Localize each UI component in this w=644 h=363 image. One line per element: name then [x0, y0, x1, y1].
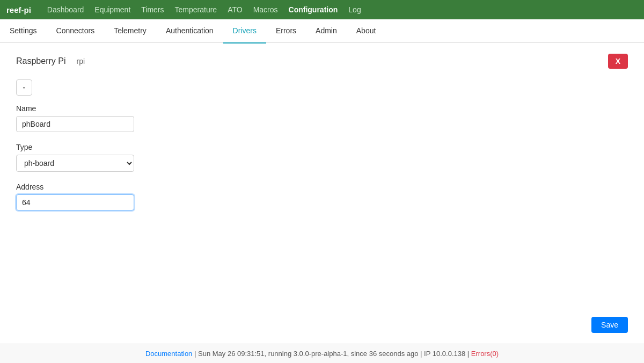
- tab-connectors[interactable]: Connectors: [47, 19, 105, 43]
- tab-errors[interactable]: Errors: [266, 19, 306, 43]
- top-navigation: reef-pi Dashboard Equipment Timers Tempe…: [0, 0, 644, 19]
- address-form-group: Address: [16, 183, 628, 210]
- driver-title: Raspberry Pi: [16, 56, 65, 66]
- tab-telemetry[interactable]: Telemetry: [104, 19, 156, 43]
- address-input[interactable]: [16, 194, 134, 210]
- nav-timers[interactable]: Timers: [136, 0, 169, 19]
- type-form-group: Type ph-board atlas-scientific i2c other: [16, 143, 628, 172]
- footer: Documentation | Sun May 26 09:31:51, run…: [0, 344, 644, 363]
- nav-dashboard[interactable]: Dashboard: [42, 0, 90, 19]
- documentation-link[interactable]: Documentation: [145, 350, 192, 358]
- nav-log[interactable]: Log: [343, 0, 366, 19]
- errors-link[interactable]: Errors(0): [471, 350, 499, 358]
- tab-authentication[interactable]: Authentication: [156, 19, 223, 43]
- name-form-group: Name: [16, 104, 628, 132]
- tab-about[interactable]: About: [347, 19, 386, 43]
- sub-navigation: Settings Connectors Telemetry Authentica…: [0, 19, 644, 43]
- tab-settings[interactable]: Settings: [0, 19, 47, 43]
- collapse-button[interactable]: -: [16, 79, 32, 96]
- driver-subtitle: rpi: [76, 57, 85, 66]
- save-button[interactable]: Save: [591, 317, 628, 333]
- nav-temperature[interactable]: Temperature: [170, 0, 223, 19]
- footer-separator: |: [194, 350, 198, 358]
- type-label: Type: [16, 143, 628, 151]
- nav-configuration[interactable]: Configuration: [283, 0, 343, 19]
- name-label: Name: [16, 104, 628, 113]
- delete-driver-button[interactable]: X: [608, 54, 628, 69]
- driver-header: Raspberry Pi rpi X: [16, 54, 628, 69]
- main-content: Raspberry Pi rpi X - Name Type ph-board …: [0, 43, 644, 344]
- nav-macros[interactable]: Macros: [248, 0, 283, 19]
- tab-drivers[interactable]: Drivers: [223, 19, 266, 43]
- type-select[interactable]: ph-board atlas-scientific i2c other: [16, 155, 134, 172]
- nav-ato[interactable]: ATO: [222, 0, 248, 19]
- address-label: Address: [16, 183, 628, 191]
- name-input[interactable]: [16, 116, 134, 132]
- driver-header-left: Raspberry Pi rpi: [16, 56, 85, 66]
- brand-logo: reef-pi: [6, 5, 31, 14]
- footer-status: Sun May 26 09:31:51, running 3.0.0-pre-a…: [198, 350, 471, 358]
- nav-equipment[interactable]: Equipment: [89, 0, 136, 19]
- tab-admin[interactable]: Admin: [306, 19, 347, 43]
